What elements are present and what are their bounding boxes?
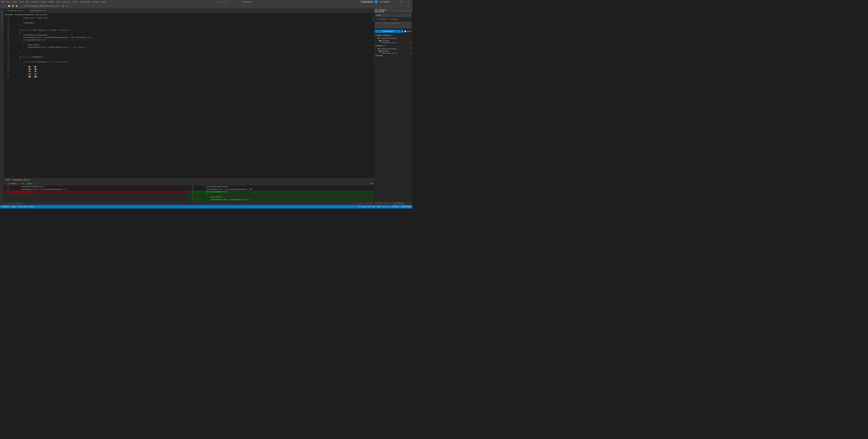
close-button[interactable]: ✕ — [405, 0, 411, 4]
code-line-47 — [11, 54, 372, 56]
breadcrumb-class[interactable]: MatchGame.MainWindow — [15, 14, 34, 16]
diff-toolbar: ↑ ↓ 3 changes -2 +6 + Stage ↩ ⚙ ⊞ — [4, 182, 374, 185]
save-button[interactable]: 💾 — [15, 5, 19, 8]
menu-git[interactable]: Git — [25, 1, 30, 3]
menu-analyze[interactable]: Analyze — [62, 1, 71, 3]
stashes-header[interactable]: ▶ Stashes — [374, 54, 412, 57]
new-tab-button[interactable]: + — [47, 8, 51, 13]
breadcrumb: MatchGame › MatchGame.MainWindow › match… — [4, 13, 374, 17]
staged-repo-item: 🗄 C:\MyRepos\MatchGame — [374, 37, 412, 39]
breadcrumb-member[interactable]: matchesFound — [36, 14, 47, 16]
tab-close-cs[interactable]: ✕ — [25, 10, 27, 12]
check-icon: ✓ — [18, 206, 19, 208]
next-change-button[interactable]: ↓ — [6, 183, 7, 185]
server-explorer-label[interactable]: Server Explorer — [1, 9, 3, 25]
bookmark-button[interactable]: 🔖 — [65, 5, 69, 8]
stage-all-button[interactable]: + — [405, 44, 408, 47]
status-git-branch[interactable]: ⎇ HotFix — [391, 205, 399, 208]
tab-solution-explorer[interactable]: Solution Explorer — [374, 202, 392, 205]
commit-dropdown-button[interactable]: ▾ — [401, 30, 404, 33]
menu-window[interactable]: Window — [92, 1, 100, 3]
start-button[interactable]: ▶ — [20, 5, 23, 8]
menu-build[interactable]: Build — [40, 1, 47, 3]
diff-settings[interactable]: ⚙ ⊞ — [370, 183, 373, 185]
menu-view[interactable]: View — [19, 1, 24, 3]
minimize-button[interactable]: ─ — [392, 0, 397, 4]
status-ln-col[interactable]: Ln: 26 Ch: 26 — [358, 205, 371, 208]
status-sync[interactable]: ⟳ 1 / 1 — [382, 205, 390, 208]
changes-file-badge: M — [410, 52, 411, 54]
menu-file[interactable]: File — [5, 1, 11, 3]
diff-content: 38 tenthsOfSecondsElapsed++; 39 timeText… — [4, 185, 374, 202]
git-close-button[interactable]: ✕ — [408, 9, 411, 12]
diff-title: Diff - MainWindow.xaml.cs — [6, 179, 30, 181]
scrollbar-thumb[interactable] — [372, 17, 374, 20]
menu-debug[interactable]: Debug — [48, 1, 55, 3]
settings-icon[interactable]: ⚙ — [370, 183, 371, 185]
tab-mainwindow-xaml[interactable]: X MainWindow.xaml — [29, 8, 47, 13]
add-breadcrumb-button[interactable]: + — [370, 13, 373, 16]
current-doc-dropdown[interactable]: Current Document (MainWindow.xaml.cs) ▾ — [23, 5, 60, 8]
staged-folder-item: 📁 MatchGame — [374, 39, 412, 42]
commit-staged-button[interactable]: Commit Staged — [375, 30, 401, 33]
stage-button[interactable]: + Stage — [26, 182, 33, 185]
git-pull-button[interactable]: ↙ — [395, 9, 397, 12]
ln-36: 36 — [5, 27, 9, 29]
revert-icon[interactable]: ↩ — [33, 183, 34, 185]
undo-button[interactable]: ↩ — [1, 5, 3, 8]
changes-header[interactable]: ▼ Changes (1) + … — [374, 44, 412, 48]
open-button[interactable]: 📂 — [11, 5, 14, 8]
ln-45: 45 — [5, 49, 9, 51]
git-more-button[interactable]: … — [405, 9, 407, 12]
editor-scrollbar[interactable] — [372, 17, 374, 205]
status-project[interactable]: ◈ MatchGame — [401, 205, 411, 208]
commit-message-input[interactable] — [375, 22, 411, 28]
diff-left-status: Ln: 40 Ch: 1 SPC CRLF — [5, 203, 23, 204]
diff-right-panel[interactable]: 39 tenthsOfSecondsElapsed++; 40 timeText… — [189, 185, 374, 202]
staged-file-item[interactable]: C# MainWindow.xaml.cs M — [374, 42, 412, 44]
diff-left-panel[interactable]: 38 tenthsOfSecondsElapsed++; 39 timeText… — [4, 185, 189, 202]
diff-expand-icon[interactable]: ⊞ — [372, 183, 372, 185]
staged-file-label: MainWindow.xaml.cs — [382, 42, 398, 43]
status-check[interactable]: ✓ No issues found — [18, 205, 34, 208]
menu-tools[interactable]: Tools — [71, 1, 79, 3]
redo-button[interactable]: ↪ — [3, 5, 6, 8]
cs-file-icon-changes: C# — [380, 52, 382, 54]
amend-checkbox[interactable]: Amend — [404, 30, 411, 32]
toolbox-label[interactable]: Toolbox — [1, 26, 3, 34]
status-encoding[interactable]: SPC — [372, 205, 375, 208]
diff-left-empty1 — [4, 193, 189, 196]
new-file-button[interactable]: 📄 — [7, 5, 11, 8]
int-preview-button[interactable]: INT PREVIEW — [379, 1, 390, 3]
changes-more-button[interactable]: … — [408, 44, 411, 47]
menu-project[interactable]: Project — [31, 1, 40, 3]
maximize-button[interactable]: □ — [399, 0, 404, 4]
status-line-ending[interactable]: CRLF — [376, 205, 381, 208]
menu-test[interactable]: Test — [55, 1, 61, 3]
menu-extensions[interactable]: Extensions — [79, 1, 91, 3]
git-fetch-button[interactable]: ⟳ — [401, 9, 404, 12]
menu-help[interactable]: Help — [100, 1, 106, 3]
staged-changes-header[interactable]: ▼ Staged Changes (1) — … — [374, 33, 412, 37]
staged-more-button[interactable]: … — [408, 34, 411, 37]
git-push-button[interactable]: ↗ — [398, 9, 401, 12]
menu-edit[interactable]: Edit — [12, 1, 18, 3]
staged-folder-label: MatchGame — [381, 40, 389, 41]
tab-mainwindow-cs[interactable]: C# MainWindow.xaml.cs ✕ — [4, 8, 29, 13]
search-input[interactable] — [215, 1, 241, 3]
tab-git-changes[interactable]: Git Changes — [392, 202, 405, 205]
git-branch-select[interactable]: HotFix — [375, 14, 411, 17]
unstage-all-button[interactable]: — — [405, 34, 408, 37]
live-share-button[interactable]: ↗ Live Share — [361, 1, 373, 3]
code-line-54: "🦁", "🦁", — [11, 71, 372, 73]
diff-close-button[interactable]: ✕ — [370, 179, 373, 181]
status-branch[interactable]: ⎇ HotFix — [1, 205, 10, 208]
code-lines[interactable]: timer.Tick += Timer_Tick; SetUpGame(); }… — [10, 17, 372, 205]
stashes-label: Stashes — [376, 55, 383, 57]
changes-file-item[interactable]: C# MainWindow.xaml.cs M — [374, 52, 412, 54]
prev-change-button[interactable]: ↑ — [5, 183, 6, 185]
debug-button[interactable]: 🐛 — [62, 5, 65, 8]
breadcrumb-project[interactable]: MatchGame — [5, 14, 13, 16]
profile-avatar[interactable]: TG — [374, 0, 378, 3]
amend-check[interactable] — [404, 30, 406, 32]
